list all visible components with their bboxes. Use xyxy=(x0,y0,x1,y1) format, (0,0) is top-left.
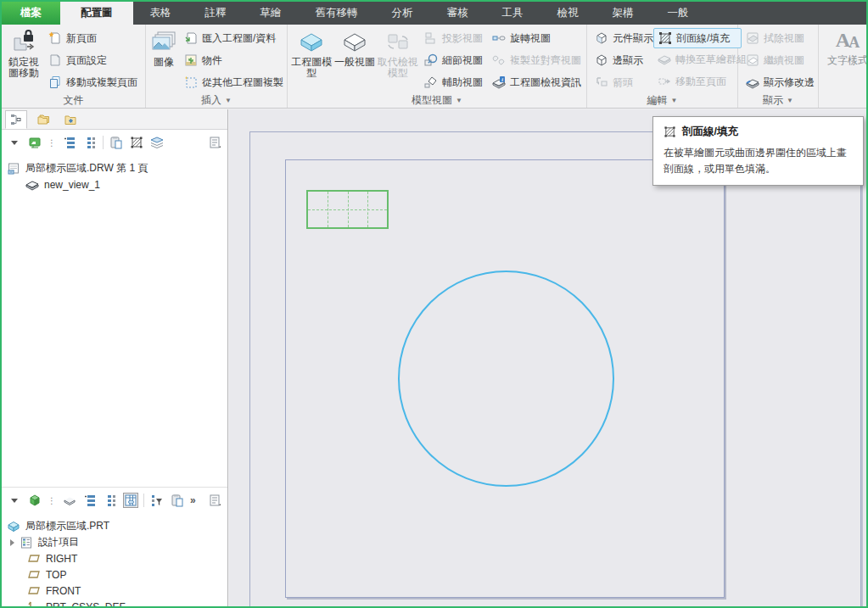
tab-file[interactable]: 檔案 xyxy=(2,2,60,25)
part-paste-button[interactable] xyxy=(170,493,185,508)
tree-node-part[interactable]: 局部標示區域.PRT xyxy=(7,518,227,534)
drawing-canvas[interactable]: 剖面線/填充 在被草繪圖元或曲面邊界圍住的區域上畫剖面線，或用單色填滿。 xyxy=(229,109,866,606)
part-collapse-all-button[interactable] xyxy=(103,493,118,508)
favorites-tab[interactable] xyxy=(59,110,81,129)
tree-options-icon xyxy=(208,136,221,149)
tree-options-button[interactable] xyxy=(207,135,222,150)
page-setup-button[interactable]: 頁面設定 xyxy=(44,49,142,71)
view-icon xyxy=(25,178,39,192)
tab-legacy-migration[interactable]: 舊有移轉 xyxy=(299,2,375,25)
hatch-region-highlight[interactable] xyxy=(306,190,389,229)
tree-node-front-plane[interactable]: FRONT xyxy=(7,583,227,599)
tab-sketch[interactable]: 草繪 xyxy=(244,2,299,25)
part-node-label: 局部標示區域.PRT xyxy=(25,519,109,533)
drawing-tree: 局部標示區域.DRW 第 1 頁 new_view_1 xyxy=(2,155,227,192)
layers-button[interactable] xyxy=(149,135,165,150)
front-plane-label: FRONT xyxy=(46,585,81,597)
part-collapse-list-icon xyxy=(104,494,117,507)
paste-button[interactable] xyxy=(109,135,124,150)
lock-view-move-button[interactable]: 鎖定視圖移動 xyxy=(5,27,42,93)
general-view-button[interactable]: 一般視圖 xyxy=(334,27,376,93)
part-kebab-dots-icon[interactable]: ⋮ xyxy=(48,496,57,505)
rotated-view-label: 旋轉視圖 xyxy=(510,31,551,46)
text-style-button[interactable]: AA 文字樣式 xyxy=(822,27,868,92)
collapse-all-button[interactable] xyxy=(82,135,98,150)
general-view-label: 一般視圖 xyxy=(334,57,375,68)
tab-general[interactable]: 一般 xyxy=(651,2,706,25)
part-tree-options-button[interactable] xyxy=(207,493,222,508)
drawing-model-button[interactable]: 工程圖模型 xyxy=(291,27,333,93)
small-view-icon xyxy=(63,494,76,507)
circle-geometry[interactable] xyxy=(398,271,614,487)
kebab-dots-icon[interactable]: ⋮ xyxy=(48,138,57,148)
lock-move-icon xyxy=(9,30,38,55)
tree-node-drawing[interactable]: 局部標示區域.DRW 第 1 頁 xyxy=(7,160,227,176)
part-expand-list-icon xyxy=(83,494,97,507)
move-copy-page-button[interactable]: 移動或複製頁面 xyxy=(44,71,142,93)
copy-align-view-button: 複製並對齊視圖 xyxy=(488,49,583,71)
tab-annotate[interactable]: 註釋 xyxy=(188,2,244,25)
folder-browser-tab[interactable] xyxy=(32,110,54,129)
replace-view-model-label: 取代檢視模型 xyxy=(377,57,418,80)
drawing-view-info-label: 工程圖檢視資訊 xyxy=(510,75,581,90)
expand-arrow-icon[interactable] xyxy=(10,539,14,546)
tree-node-csys[interactable]: PRT_CSYS_DEF xyxy=(7,599,227,608)
collapse-list-icon xyxy=(83,136,97,149)
column-display-button[interactable] xyxy=(123,493,138,508)
expand-list-icon xyxy=(63,136,76,149)
replace-view-model-button: 取代檢視模型 xyxy=(377,27,418,93)
tab-view[interactable]: 檢視 xyxy=(540,2,596,25)
tab-layout[interactable]: 配置圖 xyxy=(60,2,133,25)
hatch-fill-button[interactable]: 剖面線/填充 xyxy=(653,28,742,48)
component-display-button[interactable]: 元件顯示 xyxy=(591,27,652,49)
tree-dropdown-arrow[interactable] xyxy=(7,135,22,150)
image-button[interactable]: 圖像 xyxy=(149,27,178,93)
copy-from-drawing-button[interactable]: 從其他工程圖複製 xyxy=(180,71,288,93)
view-filter-button[interactable] xyxy=(62,493,77,508)
expand-all-button[interactable] xyxy=(62,135,77,150)
part-tree-options-icon xyxy=(208,494,221,507)
copy-align-view-icon xyxy=(492,53,506,67)
auxiliary-view-icon xyxy=(424,75,438,89)
filter-button[interactable] xyxy=(149,493,165,508)
model-tree-tab[interactable] xyxy=(5,110,27,129)
tree-node-design-items[interactable]: 設計項目 xyxy=(7,534,227,550)
detail-view-button[interactable]: 細節視圖 xyxy=(420,49,486,71)
part-tree-settings-button[interactable] xyxy=(27,493,42,508)
general-view-icon xyxy=(340,30,369,55)
part-expand-all-button[interactable] xyxy=(82,493,98,508)
show-modified-edges-button[interactable]: 顯示修改邊 xyxy=(742,71,819,93)
tab-tools[interactable]: 工具 xyxy=(485,2,540,25)
edge-display-button[interactable]: 邊顯示 xyxy=(591,49,652,71)
tab-analysis[interactable]: 分析 xyxy=(375,2,430,25)
tree-display-settings-button[interactable] xyxy=(27,135,42,150)
import-drawing-button[interactable]: 匯入工程圖/資料 xyxy=(180,27,288,49)
object-button[interactable]: 物件 xyxy=(180,49,288,71)
part-tree-toolbar: ⋮ xyxy=(2,488,227,513)
edge-display-label: 邊顯示 xyxy=(613,53,643,68)
tab-review[interactable]: 審核 xyxy=(430,2,485,25)
new-page-label: 新頁面 xyxy=(66,31,97,46)
drawing-view-info-button[interactable]: i 工程圖檢視資訊 xyxy=(488,71,583,93)
tree-node-right-plane[interactable]: RIGHT xyxy=(7,550,227,566)
detail-view-label: 細節視圖 xyxy=(442,53,483,68)
tab-framework[interactable]: 架構 xyxy=(596,2,651,25)
part-tree-section: ⋮ xyxy=(2,487,227,606)
menubar: 檔案 配置圖 表格 註釋 草繪 舊有移轉 分析 審核 工具 檢視 架構 一般 xyxy=(2,2,866,25)
convert-to-sketch-group-icon xyxy=(658,53,671,66)
move-copy-page-icon xyxy=(48,75,62,89)
hatch-display-button[interactable] xyxy=(129,135,144,150)
rotated-view-button[interactable]: 旋轉視圖 xyxy=(488,27,583,49)
tab-table[interactable]: 表格 xyxy=(133,2,188,25)
new-page-button[interactable]: 新頁面 xyxy=(44,27,142,49)
tree-node-view[interactable]: new_view_1 xyxy=(7,176,227,192)
auxiliary-view-button[interactable]: 輔助視圖 xyxy=(420,71,486,93)
ribbon-group-edit: 元件顯示 邊顯示 xyxy=(587,25,738,108)
green-box-icon xyxy=(28,494,42,507)
convert-to-sketch-group-button: 轉換至草繪群組 xyxy=(653,48,742,70)
drawing-view-info-icon: i xyxy=(492,75,506,89)
toolbar-overflow-chevrons[interactable]: » xyxy=(190,494,196,506)
part-tree-dropdown-arrow[interactable] xyxy=(7,493,22,508)
tree-node-top-plane[interactable]: TOP xyxy=(7,566,227,583)
group-label-display: 顯示▼ xyxy=(738,93,818,108)
